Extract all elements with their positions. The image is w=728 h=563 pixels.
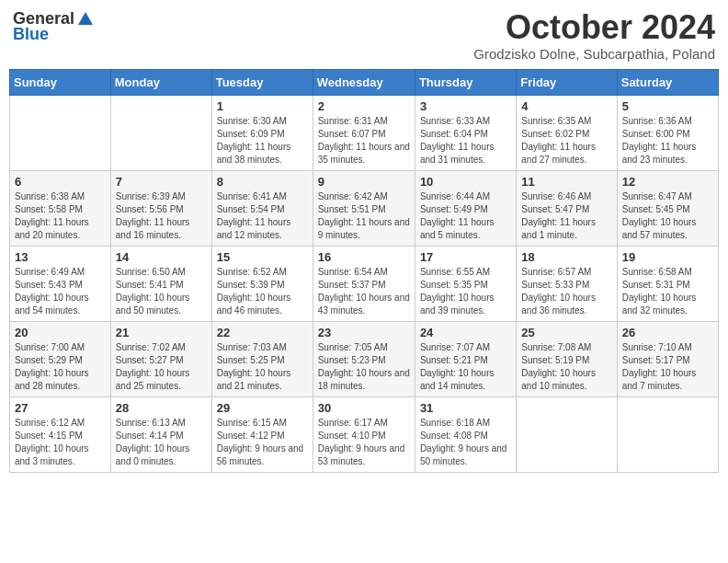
day-number: 8 [217, 175, 308, 189]
day-number: 16 [318, 250, 410, 264]
day-number: 27 [15, 401, 106, 415]
calendar-cell: 24Sunrise: 7:07 AM Sunset: 5:21 PM Dayli… [415, 321, 516, 396]
location-text: Grodzisko Dolne, Subcarpathia, Poland [473, 46, 715, 62]
calendar-cell: 31Sunrise: 6:18 AM Sunset: 4:08 PM Dayli… [415, 396, 516, 472]
calendar-cell: 17Sunrise: 6:55 AM Sunset: 5:35 PM Dayli… [415, 246, 516, 321]
day-number: 30 [318, 401, 410, 415]
day-info: Sunrise: 6:44 AM Sunset: 5:49 PM Dayligh… [420, 190, 511, 242]
svg-marker-0 [78, 12, 93, 25]
week-row-2: 6Sunrise: 6:38 AM Sunset: 5:58 PM Daylig… [10, 170, 719, 246]
day-info: Sunrise: 6:12 AM Sunset: 4:15 PM Dayligh… [15, 417, 106, 468]
day-info: Sunrise: 6:57 AM Sunset: 5:33 PM Dayligh… [521, 266, 611, 317]
weekday-header-row: SundayMondayTuesdayWednesdayThursdayFrid… [10, 69, 719, 95]
day-number: 6 [15, 175, 106, 189]
weekday-header-friday: Friday [517, 69, 617, 95]
week-row-3: 13Sunrise: 6:49 AM Sunset: 5:43 PM Dayli… [10, 246, 719, 321]
day-info: Sunrise: 6:46 AM Sunset: 5:47 PM Dayligh… [521, 190, 611, 242]
day-info: Sunrise: 6:49 AM Sunset: 5:43 PM Dayligh… [15, 266, 106, 317]
day-number: 17 [420, 250, 511, 264]
day-info: Sunrise: 6:55 AM Sunset: 5:35 PM Dayligh… [420, 266, 511, 317]
day-info: Sunrise: 6:18 AM Sunset: 4:08 PM Dayligh… [420, 417, 511, 468]
weekday-header-saturday: Saturday [617, 69, 718, 95]
calendar-cell [10, 95, 111, 170]
day-number: 2 [318, 99, 410, 113]
day-info: Sunrise: 6:30 AM Sunset: 6:09 PM Dayligh… [217, 115, 308, 167]
day-info: Sunrise: 7:03 AM Sunset: 5:25 PM Dayligh… [217, 341, 308, 393]
calendar-cell: 23Sunrise: 7:05 AM Sunset: 5:23 PM Dayli… [313, 321, 415, 396]
day-info: Sunrise: 6:38 AM Sunset: 5:58 PM Dayligh… [15, 190, 106, 242]
week-row-1: 1Sunrise: 6:30 AM Sunset: 6:09 PM Daylig… [10, 95, 719, 170]
calendar-cell [110, 95, 211, 170]
calendar-cell: 7Sunrise: 6:39 AM Sunset: 5:56 PM Daylig… [110, 170, 211, 246]
day-info: Sunrise: 6:33 AM Sunset: 6:04 PM Dayligh… [420, 115, 511, 167]
day-info: Sunrise: 6:54 AM Sunset: 5:37 PM Dayligh… [318, 266, 410, 317]
day-info: Sunrise: 6:52 AM Sunset: 5:39 PM Dayligh… [217, 266, 308, 317]
day-number: 11 [521, 175, 611, 189]
calendar-cell: 27Sunrise: 6:12 AM Sunset: 4:15 PM Dayli… [10, 396, 111, 472]
day-number: 3 [420, 99, 511, 113]
week-row-5: 27Sunrise: 6:12 AM Sunset: 4:15 PM Dayli… [10, 396, 719, 472]
day-info: Sunrise: 7:10 AM Sunset: 5:17 PM Dayligh… [622, 341, 713, 393]
month-title: October 2024 [473, 9, 715, 46]
day-info: Sunrise: 6:31 AM Sunset: 6:07 PM Dayligh… [318, 115, 410, 167]
day-info: Sunrise: 6:58 AM Sunset: 5:31 PM Dayligh… [622, 266, 713, 317]
day-number: 18 [521, 250, 611, 264]
calendar-cell [517, 396, 617, 472]
day-number: 20 [15, 326, 106, 339]
calendar-cell: 18Sunrise: 6:57 AM Sunset: 5:33 PM Dayli… [517, 246, 617, 321]
day-number: 7 [116, 175, 207, 189]
weekday-header-sunday: Sunday [10, 69, 111, 95]
day-number: 1 [217, 99, 308, 113]
day-number: 28 [116, 401, 207, 415]
day-info: Sunrise: 6:13 AM Sunset: 4:14 PM Dayligh… [116, 417, 207, 468]
calendar-cell: 15Sunrise: 6:52 AM Sunset: 5:39 PM Dayli… [211, 246, 313, 321]
calendar-cell: 6Sunrise: 6:38 AM Sunset: 5:58 PM Daylig… [10, 170, 111, 246]
calendar-cell: 26Sunrise: 7:10 AM Sunset: 5:17 PM Dayli… [617, 321, 718, 396]
day-number: 23 [318, 326, 410, 339]
day-info: Sunrise: 6:15 AM Sunset: 4:12 PM Dayligh… [217, 417, 308, 468]
logo-icon [76, 10, 95, 29]
day-number: 19 [622, 250, 713, 264]
day-info: Sunrise: 6:41 AM Sunset: 5:54 PM Dayligh… [217, 190, 308, 242]
weekday-header-monday: Monday [110, 69, 211, 95]
day-number: 24 [420, 326, 511, 339]
day-info: Sunrise: 7:00 AM Sunset: 5:29 PM Dayligh… [15, 341, 106, 393]
calendar-cell: 2Sunrise: 6:31 AM Sunset: 6:07 PM Daylig… [313, 95, 415, 170]
calendar-cell: 11Sunrise: 6:46 AM Sunset: 5:47 PM Dayli… [517, 170, 617, 246]
calendar-cell: 30Sunrise: 6:17 AM Sunset: 4:10 PM Dayli… [313, 396, 415, 472]
day-number: 14 [116, 250, 207, 264]
day-number: 5 [622, 99, 713, 113]
calendar-cell: 19Sunrise: 6:58 AM Sunset: 5:31 PM Dayli… [617, 246, 718, 321]
calendar-table: SundayMondayTuesdayWednesdayThursdayFrid… [9, 69, 719, 473]
day-number: 13 [15, 250, 106, 264]
day-number: 22 [217, 326, 308, 339]
weekday-header-thursday: Thursday [415, 69, 516, 95]
week-row-4: 20Sunrise: 7:00 AM Sunset: 5:29 PM Dayli… [10, 321, 719, 396]
calendar-cell: 16Sunrise: 6:54 AM Sunset: 5:37 PM Dayli… [313, 246, 415, 321]
calendar-cell: 4Sunrise: 6:35 AM Sunset: 6:02 PM Daylig… [517, 95, 617, 170]
day-number: 21 [116, 326, 207, 339]
calendar-cell: 22Sunrise: 7:03 AM Sunset: 5:25 PM Dayli… [211, 321, 313, 396]
day-number: 25 [521, 326, 611, 339]
day-info: Sunrise: 6:17 AM Sunset: 4:10 PM Dayligh… [318, 417, 410, 468]
day-info: Sunrise: 7:08 AM Sunset: 5:19 PM Dayligh… [521, 341, 611, 393]
calendar-cell: 12Sunrise: 6:47 AM Sunset: 5:45 PM Dayli… [617, 170, 718, 246]
day-number: 4 [521, 99, 611, 113]
calendar-cell: 5Sunrise: 6:36 AM Sunset: 6:00 PM Daylig… [617, 95, 718, 170]
calendar-cell: 14Sunrise: 6:50 AM Sunset: 5:41 PM Dayli… [110, 246, 211, 321]
day-info: Sunrise: 6:35 AM Sunset: 6:02 PM Dayligh… [521, 115, 611, 167]
day-info: Sunrise: 6:50 AM Sunset: 5:41 PM Dayligh… [116, 266, 207, 317]
day-number: 9 [318, 175, 410, 189]
day-number: 26 [622, 326, 713, 339]
title-block: October 2024 Grodzisko Dolne, Subcarpath… [473, 9, 715, 62]
day-info: Sunrise: 7:07 AM Sunset: 5:21 PM Dayligh… [420, 341, 511, 393]
day-info: Sunrise: 7:05 AM Sunset: 5:23 PM Dayligh… [318, 341, 410, 393]
day-info: Sunrise: 6:47 AM Sunset: 5:45 PM Dayligh… [622, 190, 713, 242]
calendar-cell: 10Sunrise: 6:44 AM Sunset: 5:49 PM Dayli… [415, 170, 516, 246]
calendar-cell: 9Sunrise: 6:42 AM Sunset: 5:51 PM Daylig… [313, 170, 415, 246]
day-number: 29 [217, 401, 308, 415]
calendar-cell: 8Sunrise: 6:41 AM Sunset: 5:54 PM Daylig… [211, 170, 313, 246]
weekday-header-wednesday: Wednesday [313, 69, 415, 95]
calendar-cell: 25Sunrise: 7:08 AM Sunset: 5:19 PM Dayli… [517, 321, 617, 396]
weekday-header-tuesday: Tuesday [211, 69, 313, 95]
